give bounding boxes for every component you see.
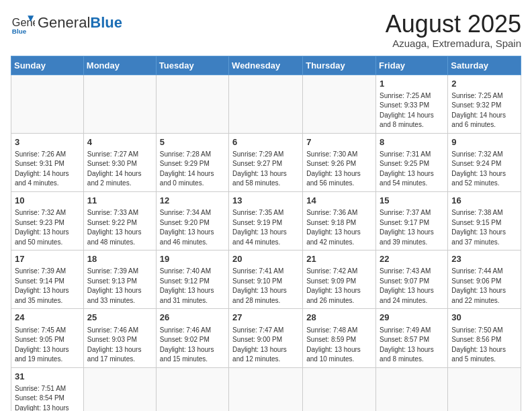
day-number: 25 (87, 312, 152, 324)
calendar-cell (229, 75, 303, 133)
calendar-week-6: 31Sunrise: 7:51 AM Sunset: 8:54 PM Dayli… (11, 367, 521, 411)
day-info: Sunrise: 7:51 AM Sunset: 8:54 PM Dayligh… (15, 384, 80, 411)
calendar-cell (83, 75, 156, 133)
day-info: Sunrise: 7:42 AM Sunset: 9:09 PM Dayligh… (306, 267, 372, 306)
day-number: 11 (87, 195, 152, 207)
weekday-header-sunday: Sunday (11, 56, 84, 75)
day-number: 27 (232, 312, 299, 324)
day-info: Sunrise: 7:38 AM Sunset: 9:15 PM Dayligh… (451, 208, 517, 247)
calendar-week-3: 10Sunrise: 7:32 AM Sunset: 9:23 PM Dayli… (11, 191, 521, 250)
calendar-cell (156, 75, 228, 133)
calendar-cell (156, 367, 228, 411)
svg-text:Blue: Blue (12, 28, 27, 35)
calendar-cell (83, 367, 156, 411)
day-number: 21 (306, 253, 372, 265)
calendar-week-2: 3Sunrise: 7:26 AM Sunset: 9:31 PM Daylig… (11, 133, 521, 191)
calendar-cell (376, 367, 448, 411)
day-number: 1 (380, 78, 444, 90)
day-number: 4 (87, 136, 152, 148)
calendar-cell: 17Sunrise: 7:39 AM Sunset: 9:14 PM Dayli… (11, 250, 84, 309)
day-number: 23 (451, 253, 517, 265)
weekday-header-tuesday: Tuesday (156, 56, 228, 75)
calendar-cell: 23Sunrise: 7:44 AM Sunset: 9:06 PM Dayli… (448, 250, 521, 309)
day-info: Sunrise: 7:44 AM Sunset: 9:06 PM Dayligh… (451, 267, 517, 306)
calendar-cell: 31Sunrise: 7:51 AM Sunset: 8:54 PM Dayli… (11, 367, 84, 411)
calendar-cell: 24Sunrise: 7:45 AM Sunset: 9:05 PM Dayli… (11, 309, 84, 367)
day-number: 15 (380, 195, 444, 207)
day-info: Sunrise: 7:37 AM Sunset: 9:17 PM Dayligh… (380, 208, 444, 247)
day-number: 13 (232, 195, 299, 207)
day-info: Sunrise: 7:32 AM Sunset: 9:23 PM Dayligh… (15, 208, 80, 247)
calendar-week-5: 24Sunrise: 7:45 AM Sunset: 9:05 PM Dayli… (11, 309, 521, 367)
day-info: Sunrise: 7:28 AM Sunset: 9:29 PM Dayligh… (160, 150, 225, 189)
calendar-cell: 16Sunrise: 7:38 AM Sunset: 9:15 PM Dayli… (448, 191, 521, 250)
day-number: 26 (160, 312, 225, 324)
day-number: 10 (15, 195, 80, 207)
calendar-cell: 3Sunrise: 7:26 AM Sunset: 9:31 PM Daylig… (11, 133, 84, 191)
day-number: 8 (380, 136, 444, 148)
calendar-cell (448, 367, 521, 411)
day-number: 29 (380, 312, 444, 324)
calendar-cell: 22Sunrise: 7:43 AM Sunset: 9:07 PM Dayli… (376, 250, 448, 309)
weekday-header-row: SundayMondayTuesdayWednesdayThursdayFrid… (11, 56, 521, 75)
day-number: 12 (160, 195, 225, 207)
day-info: Sunrise: 7:41 AM Sunset: 9:10 PM Dayligh… (232, 267, 299, 306)
day-info: Sunrise: 7:40 AM Sunset: 9:12 PM Dayligh… (160, 267, 225, 306)
calendar-cell: 18Sunrise: 7:39 AM Sunset: 9:13 PM Dayli… (83, 250, 156, 309)
day-info: Sunrise: 7:50 AM Sunset: 8:56 PM Dayligh… (451, 326, 517, 365)
calendar-cell: 1Sunrise: 7:25 AM Sunset: 9:33 PM Daylig… (376, 75, 448, 133)
calendar-cell: 19Sunrise: 7:40 AM Sunset: 9:12 PM Dayli… (156, 250, 228, 309)
day-number: 17 (15, 253, 80, 265)
calendar-cell: 5Sunrise: 7:28 AM Sunset: 9:29 PM Daylig… (156, 133, 228, 191)
day-number: 9 (451, 136, 517, 148)
calendar-cell: 7Sunrise: 7:30 AM Sunset: 9:26 PM Daylig… (303, 133, 376, 191)
day-info: Sunrise: 7:49 AM Sunset: 8:57 PM Dayligh… (380, 326, 444, 365)
day-info: Sunrise: 7:39 AM Sunset: 9:14 PM Dayligh… (15, 267, 80, 306)
day-info: Sunrise: 7:47 AM Sunset: 9:00 PM Dayligh… (232, 326, 299, 365)
day-number: 6 (232, 136, 299, 148)
day-info: Sunrise: 7:30 AM Sunset: 9:26 PM Dayligh… (306, 150, 372, 189)
calendar-cell: 12Sunrise: 7:34 AM Sunset: 9:20 PM Dayli… (156, 191, 228, 250)
calendar-cell: 27Sunrise: 7:47 AM Sunset: 9:00 PM Dayli… (229, 309, 303, 367)
page-header: General Blue GeneralBlue August 2025 Azu… (11, 11, 521, 49)
calendar-cell: 11Sunrise: 7:33 AM Sunset: 9:22 PM Dayli… (83, 191, 156, 250)
logo-wordmark: GeneralBlue (38, 15, 122, 30)
calendar-cell: 9Sunrise: 7:32 AM Sunset: 9:24 PM Daylig… (448, 133, 521, 191)
calendar-week-1: 1Sunrise: 7:25 AM Sunset: 9:33 PM Daylig… (11, 75, 521, 133)
day-number: 19 (160, 253, 225, 265)
day-number: 20 (232, 253, 299, 265)
day-info: Sunrise: 7:33 AM Sunset: 9:22 PM Dayligh… (87, 208, 152, 247)
day-info: Sunrise: 7:34 AM Sunset: 9:20 PM Dayligh… (160, 208, 225, 247)
day-info: Sunrise: 7:43 AM Sunset: 9:07 PM Dayligh… (380, 267, 444, 306)
calendar-cell (303, 367, 376, 411)
day-number: 24 (15, 312, 80, 324)
calendar-week-4: 17Sunrise: 7:39 AM Sunset: 9:14 PM Dayli… (11, 250, 521, 309)
logo: General Blue GeneralBlue (11, 11, 122, 35)
day-number: 16 (451, 195, 517, 207)
day-number: 30 (451, 312, 517, 324)
day-number: 31 (15, 371, 80, 383)
day-number: 5 (160, 136, 225, 148)
day-info: Sunrise: 7:29 AM Sunset: 9:27 PM Dayligh… (232, 150, 299, 189)
calendar-cell (303, 75, 376, 133)
calendar-cell: 14Sunrise: 7:36 AM Sunset: 9:18 PM Dayli… (303, 191, 376, 250)
day-info: Sunrise: 7:36 AM Sunset: 9:18 PM Dayligh… (306, 208, 372, 247)
calendar-cell: 25Sunrise: 7:46 AM Sunset: 9:03 PM Dayli… (83, 309, 156, 367)
calendar-cell: 10Sunrise: 7:32 AM Sunset: 9:23 PM Dayli… (11, 191, 84, 250)
calendar-cell: 15Sunrise: 7:37 AM Sunset: 9:17 PM Dayli… (376, 191, 448, 250)
calendar-cell: 30Sunrise: 7:50 AM Sunset: 8:56 PM Dayli… (448, 309, 521, 367)
day-number: 28 (306, 312, 372, 324)
weekday-header-saturday: Saturday (448, 56, 521, 75)
weekday-header-friday: Friday (376, 56, 448, 75)
day-number: 14 (306, 195, 372, 207)
calendar-cell: 4Sunrise: 7:27 AM Sunset: 9:30 PM Daylig… (83, 133, 156, 191)
day-info: Sunrise: 7:46 AM Sunset: 9:02 PM Dayligh… (160, 326, 225, 365)
day-number: 2 (451, 78, 517, 90)
day-number: 7 (306, 136, 372, 148)
calendar-title-area: August 2025 Azuaga, Extremadura, Spain (386, 11, 521, 49)
calendar-cell: 20Sunrise: 7:41 AM Sunset: 9:10 PM Dayli… (229, 250, 303, 309)
logo-icon: General Blue (11, 11, 35, 35)
day-info: Sunrise: 7:25 AM Sunset: 9:32 PM Dayligh… (451, 91, 517, 130)
day-info: Sunrise: 7:32 AM Sunset: 9:24 PM Dayligh… (451, 150, 517, 189)
day-info: Sunrise: 7:27 AM Sunset: 9:30 PM Dayligh… (87, 150, 152, 189)
